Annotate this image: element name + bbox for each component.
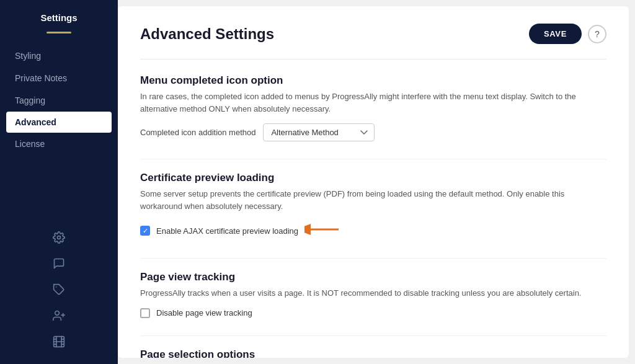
menu-icon-title: Menu completed icon option	[140, 74, 606, 87]
page-title: Advanced Settings	[140, 25, 274, 43]
sidebar-item-license[interactable]: License	[0, 133, 118, 155]
page-selection-title: Page selection options	[140, 348, 606, 358]
header-divider	[140, 59, 606, 60]
certificate-title: Certificate preview loading	[140, 172, 606, 184]
video-icon[interactable]	[0, 329, 118, 354]
sidebar-title: Settings	[0, 0, 118, 32]
page-view-desc: ProgressAlly tracks when a user visits a…	[140, 287, 606, 300]
section-divider-2	[140, 258, 606, 259]
certificate-checkbox[interactable]	[140, 226, 150, 236]
menu-icon-field-label: Completed icon addition method	[140, 128, 255, 137]
page-view-checkbox-label: Disable page view tracking	[156, 308, 252, 317]
certificate-checkbox-row: Enable AJAX certificate preview loading	[140, 221, 606, 241]
sidebar: Settings Styling Private Notes Tagging A…	[0, 0, 118, 364]
add-user-icon[interactable]	[0, 303, 118, 328]
chat-icon[interactable]	[0, 251, 118, 276]
sidebar-item-styling[interactable]: Styling	[0, 45, 118, 67]
section-page-view: Page view tracking ProgressAlly tracks w…	[140, 271, 606, 318]
menu-icon-desc: In rare cases, the completed icon added …	[140, 91, 606, 115]
sidebar-item-advanced[interactable]: Advanced	[6, 112, 112, 133]
sidebar-item-tagging[interactable]: Tagging	[0, 89, 118, 112]
sidebar-divider	[47, 32, 71, 33]
help-button[interactable]: ?	[588, 25, 606, 43]
menu-icon-dropdown[interactable]: Alternative Method Default Method	[263, 123, 375, 141]
tag-icon[interactable]	[0, 277, 118, 302]
section-menu-icon: Menu completed icon option In rare cases…	[140, 74, 606, 141]
sidebar-nav: Styling Private Notes Tagging Advanced L…	[0, 45, 118, 155]
page-view-checkbox[interactable]	[140, 308, 150, 318]
sidebar-icons	[0, 215, 118, 364]
arrow-annotation	[304, 221, 342, 241]
header-actions: SAVE ?	[529, 24, 606, 44]
menu-icon-field-row: Completed icon addition method Alternati…	[140, 123, 606, 141]
sidebar-item-private-notes[interactable]: Private Notes	[0, 67, 118, 89]
certificate-checkbox-label: Enable AJAX certificate preview loading	[156, 226, 298, 236]
page-view-checkbox-row: Disable page view tracking	[140, 308, 606, 318]
section-page-selection: Page selection options This setting shou…	[140, 348, 606, 358]
page-view-title: Page view tracking	[140, 271, 606, 283]
gear-icon[interactable]	[0, 225, 118, 250]
section-divider-3	[140, 335, 606, 336]
section-divider-1	[140, 159, 606, 159]
certificate-desc: Some server setup prevents the certifica…	[140, 188, 606, 212]
page-header: Advanced Settings SAVE ?	[140, 24, 606, 44]
svg-point-0	[58, 236, 61, 239]
svg-point-2	[55, 311, 60, 316]
main-content: Advanced Settings SAVE ? Menu completed …	[118, 6, 629, 358]
section-certificate: Certificate preview loading Some server …	[140, 172, 606, 241]
save-button[interactable]: SAVE	[529, 24, 582, 44]
